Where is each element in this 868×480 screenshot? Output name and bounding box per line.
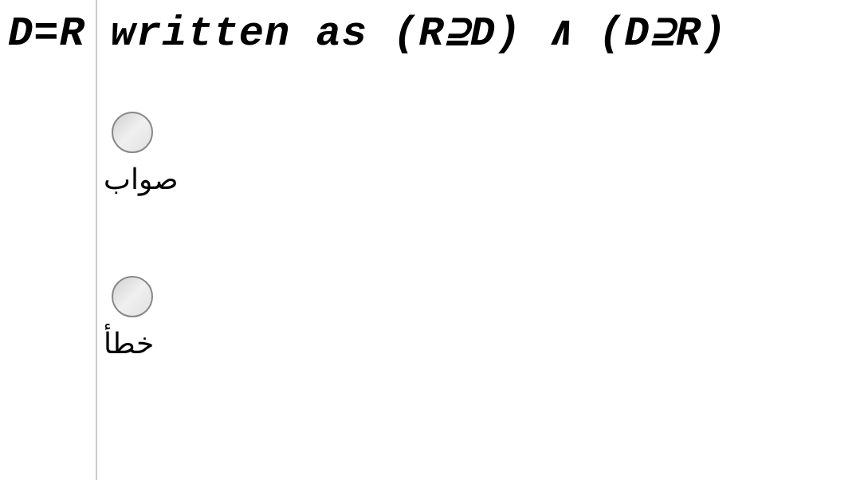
option-false-item: خطأ — [104, 276, 179, 360]
left-border — [96, 0, 97, 480]
radio-true[interactable] — [112, 112, 153, 153]
option-false-label: خطأ — [104, 327, 154, 360]
radio-false[interactable] — [112, 276, 153, 317]
options-container: صواب خطأ — [104, 112, 179, 360]
option-true-label: صواب — [104, 163, 179, 196]
question-text: D=R written as (R⊇D) ∧ (D⊇R) — [8, 6, 727, 57]
question-formula: D=R written as (R⊇D) ∧ (D⊇R) — [8, 10, 727, 57]
option-true-item: صواب — [104, 112, 179, 196]
page-container: D=R written as (R⊇D) ∧ (D⊇R) صواب خطأ — [0, 0, 868, 480]
